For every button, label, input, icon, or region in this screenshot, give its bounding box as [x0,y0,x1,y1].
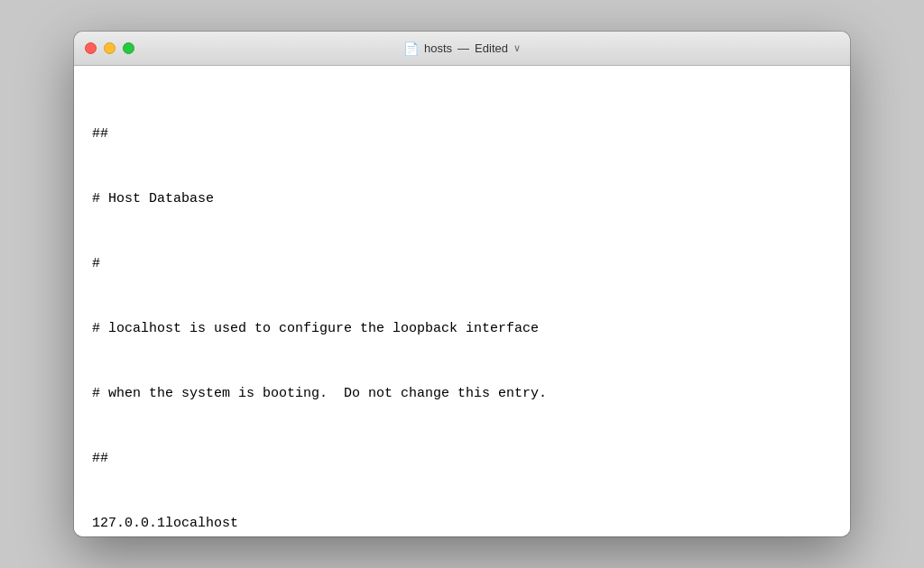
line-2: # Host Database [92,188,832,210]
line-4: # localhost is used to configure the loo… [92,318,832,340]
window-title: hosts [424,41,452,55]
window-edited-status: Edited [475,41,508,55]
close-button[interactable] [85,42,97,54]
maximize-button[interactable] [123,42,134,54]
text-editor[interactable]: ## # Host Database # # localhost is used… [92,80,832,536]
line-6: ## [92,448,832,470]
main-window: 📄 hosts — Edited ∨ ## # Host Database # … [74,32,850,536]
line-5: # when the system is booting. Do not cha… [92,383,832,405]
traffic-lights [85,42,134,54]
editor-content[interactable]: ## # Host Database # # localhost is used… [74,66,850,536]
window-edited-separator: — [457,41,469,55]
title-area: 📄 hosts — Edited ∨ [403,41,521,56]
minimize-button[interactable] [104,42,116,54]
chevron-down-icon: ∨ [513,42,521,54]
file-icon: 📄 [403,41,419,56]
line-3: # [92,253,832,275]
line-7: 127.0.0.1localhost [92,513,832,535]
titlebar: 📄 hosts — Edited ∨ [74,32,850,66]
line-1: ## [92,124,832,145]
